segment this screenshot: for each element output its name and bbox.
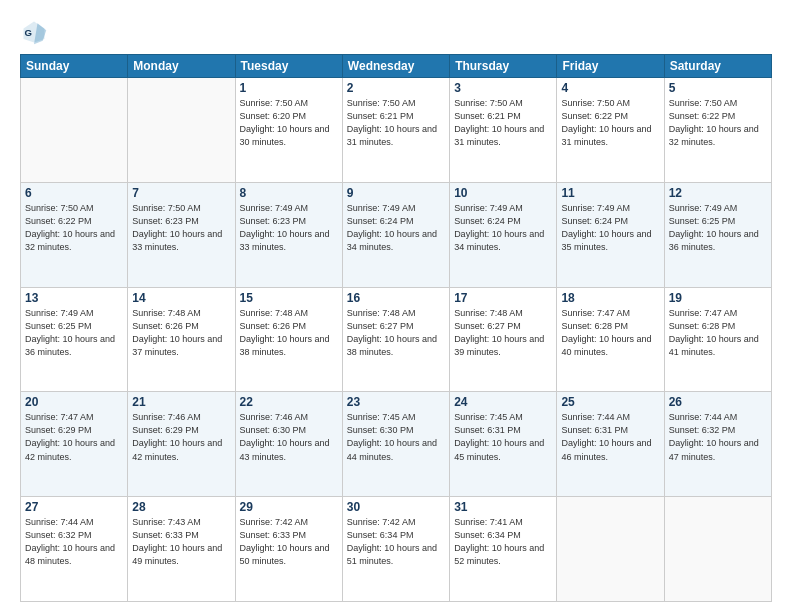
- day-number: 14: [132, 291, 230, 305]
- day-info: Sunrise: 7:45 AM Sunset: 6:30 PM Dayligh…: [347, 411, 445, 463]
- logo-icon: G: [20, 18, 48, 46]
- day-info: Sunrise: 7:48 AM Sunset: 6:26 PM Dayligh…: [240, 307, 338, 359]
- calendar-cell: 18Sunrise: 7:47 AM Sunset: 6:28 PM Dayli…: [557, 287, 664, 392]
- day-number: 2: [347, 81, 445, 95]
- day-info: Sunrise: 7:46 AM Sunset: 6:29 PM Dayligh…: [132, 411, 230, 463]
- calendar-cell: 24Sunrise: 7:45 AM Sunset: 6:31 PM Dayli…: [450, 392, 557, 497]
- day-number: 1: [240, 81, 338, 95]
- calendar-cell: 30Sunrise: 7:42 AM Sunset: 6:34 PM Dayli…: [342, 497, 449, 602]
- col-monday: Monday: [128, 55, 235, 78]
- calendar-cell: 8Sunrise: 7:49 AM Sunset: 6:23 PM Daylig…: [235, 182, 342, 287]
- day-number: 6: [25, 186, 123, 200]
- calendar-cell: 22Sunrise: 7:46 AM Sunset: 6:30 PM Dayli…: [235, 392, 342, 497]
- day-info: Sunrise: 7:50 AM Sunset: 6:22 PM Dayligh…: [561, 97, 659, 149]
- calendar-cell: 4Sunrise: 7:50 AM Sunset: 6:22 PM Daylig…: [557, 78, 664, 183]
- calendar-cell: 13Sunrise: 7:49 AM Sunset: 6:25 PM Dayli…: [21, 287, 128, 392]
- day-number: 18: [561, 291, 659, 305]
- page: G Sunday Monday Tuesday Wednesday Thursd…: [0, 0, 792, 612]
- calendar-cell: 12Sunrise: 7:49 AM Sunset: 6:25 PM Dayli…: [664, 182, 771, 287]
- day-number: 23: [347, 395, 445, 409]
- day-info: Sunrise: 7:47 AM Sunset: 6:28 PM Dayligh…: [561, 307, 659, 359]
- day-number: 26: [669, 395, 767, 409]
- day-info: Sunrise: 7:50 AM Sunset: 6:21 PM Dayligh…: [347, 97, 445, 149]
- day-number: 24: [454, 395, 552, 409]
- calendar-cell: 7Sunrise: 7:50 AM Sunset: 6:23 PM Daylig…: [128, 182, 235, 287]
- day-number: 29: [240, 500, 338, 514]
- header: G: [20, 18, 772, 46]
- day-number: 7: [132, 186, 230, 200]
- calendar-cell: 11Sunrise: 7:49 AM Sunset: 6:24 PM Dayli…: [557, 182, 664, 287]
- day-info: Sunrise: 7:50 AM Sunset: 6:22 PM Dayligh…: [669, 97, 767, 149]
- day-info: Sunrise: 7:47 AM Sunset: 6:28 PM Dayligh…: [669, 307, 767, 359]
- calendar-cell: 3Sunrise: 7:50 AM Sunset: 6:21 PM Daylig…: [450, 78, 557, 183]
- calendar-cell: 9Sunrise: 7:49 AM Sunset: 6:24 PM Daylig…: [342, 182, 449, 287]
- day-number: 11: [561, 186, 659, 200]
- day-number: 10: [454, 186, 552, 200]
- calendar-table: Sunday Monday Tuesday Wednesday Thursday…: [20, 54, 772, 602]
- day-info: Sunrise: 7:44 AM Sunset: 6:32 PM Dayligh…: [25, 516, 123, 568]
- day-info: Sunrise: 7:50 AM Sunset: 6:20 PM Dayligh…: [240, 97, 338, 149]
- calendar-cell: 2Sunrise: 7:50 AM Sunset: 6:21 PM Daylig…: [342, 78, 449, 183]
- col-sunday: Sunday: [21, 55, 128, 78]
- day-number: 21: [132, 395, 230, 409]
- day-number: 3: [454, 81, 552, 95]
- day-info: Sunrise: 7:44 AM Sunset: 6:31 PM Dayligh…: [561, 411, 659, 463]
- calendar-cell: 16Sunrise: 7:48 AM Sunset: 6:27 PM Dayli…: [342, 287, 449, 392]
- day-info: Sunrise: 7:49 AM Sunset: 6:24 PM Dayligh…: [347, 202, 445, 254]
- day-info: Sunrise: 7:45 AM Sunset: 6:31 PM Dayligh…: [454, 411, 552, 463]
- day-number: 22: [240, 395, 338, 409]
- day-number: 31: [454, 500, 552, 514]
- calendar-cell: 15Sunrise: 7:48 AM Sunset: 6:26 PM Dayli…: [235, 287, 342, 392]
- day-info: Sunrise: 7:49 AM Sunset: 6:24 PM Dayligh…: [454, 202, 552, 254]
- day-info: Sunrise: 7:49 AM Sunset: 6:25 PM Dayligh…: [25, 307, 123, 359]
- calendar-week-row: 13Sunrise: 7:49 AM Sunset: 6:25 PM Dayli…: [21, 287, 772, 392]
- col-tuesday: Tuesday: [235, 55, 342, 78]
- day-number: 19: [669, 291, 767, 305]
- day-info: Sunrise: 7:48 AM Sunset: 6:27 PM Dayligh…: [347, 307, 445, 359]
- calendar-week-row: 27Sunrise: 7:44 AM Sunset: 6:32 PM Dayli…: [21, 497, 772, 602]
- day-number: 4: [561, 81, 659, 95]
- day-number: 17: [454, 291, 552, 305]
- calendar-header-row: Sunday Monday Tuesday Wednesday Thursday…: [21, 55, 772, 78]
- day-info: Sunrise: 7:43 AM Sunset: 6:33 PM Dayligh…: [132, 516, 230, 568]
- calendar-cell: [664, 497, 771, 602]
- calendar-week-row: 1Sunrise: 7:50 AM Sunset: 6:20 PM Daylig…: [21, 78, 772, 183]
- calendar-cell: [21, 78, 128, 183]
- day-info: Sunrise: 7:47 AM Sunset: 6:29 PM Dayligh…: [25, 411, 123, 463]
- day-number: 30: [347, 500, 445, 514]
- day-info: Sunrise: 7:42 AM Sunset: 6:34 PM Dayligh…: [347, 516, 445, 568]
- day-info: Sunrise: 7:48 AM Sunset: 6:27 PM Dayligh…: [454, 307, 552, 359]
- day-info: Sunrise: 7:50 AM Sunset: 6:21 PM Dayligh…: [454, 97, 552, 149]
- day-info: Sunrise: 7:41 AM Sunset: 6:34 PM Dayligh…: [454, 516, 552, 568]
- day-info: Sunrise: 7:50 AM Sunset: 6:23 PM Dayligh…: [132, 202, 230, 254]
- day-number: 12: [669, 186, 767, 200]
- day-number: 13: [25, 291, 123, 305]
- col-wednesday: Wednesday: [342, 55, 449, 78]
- calendar-week-row: 20Sunrise: 7:47 AM Sunset: 6:29 PM Dayli…: [21, 392, 772, 497]
- calendar-cell: [557, 497, 664, 602]
- day-number: 5: [669, 81, 767, 95]
- calendar-cell: 21Sunrise: 7:46 AM Sunset: 6:29 PM Dayli…: [128, 392, 235, 497]
- day-number: 28: [132, 500, 230, 514]
- calendar-cell: 28Sunrise: 7:43 AM Sunset: 6:33 PM Dayli…: [128, 497, 235, 602]
- col-friday: Friday: [557, 55, 664, 78]
- calendar-cell: [128, 78, 235, 183]
- calendar-cell: 17Sunrise: 7:48 AM Sunset: 6:27 PM Dayli…: [450, 287, 557, 392]
- calendar-cell: 31Sunrise: 7:41 AM Sunset: 6:34 PM Dayli…: [450, 497, 557, 602]
- calendar-cell: 1Sunrise: 7:50 AM Sunset: 6:20 PM Daylig…: [235, 78, 342, 183]
- day-number: 25: [561, 395, 659, 409]
- calendar-cell: 19Sunrise: 7:47 AM Sunset: 6:28 PM Dayli…: [664, 287, 771, 392]
- day-info: Sunrise: 7:49 AM Sunset: 6:24 PM Dayligh…: [561, 202, 659, 254]
- day-info: Sunrise: 7:48 AM Sunset: 6:26 PM Dayligh…: [132, 307, 230, 359]
- day-number: 27: [25, 500, 123, 514]
- logo: G: [20, 18, 52, 46]
- col-thursday: Thursday: [450, 55, 557, 78]
- day-number: 9: [347, 186, 445, 200]
- calendar-cell: 29Sunrise: 7:42 AM Sunset: 6:33 PM Dayli…: [235, 497, 342, 602]
- day-info: Sunrise: 7:46 AM Sunset: 6:30 PM Dayligh…: [240, 411, 338, 463]
- day-number: 15: [240, 291, 338, 305]
- calendar-cell: 5Sunrise: 7:50 AM Sunset: 6:22 PM Daylig…: [664, 78, 771, 183]
- svg-text:G: G: [24, 27, 31, 38]
- calendar-week-row: 6Sunrise: 7:50 AM Sunset: 6:22 PM Daylig…: [21, 182, 772, 287]
- day-info: Sunrise: 7:42 AM Sunset: 6:33 PM Dayligh…: [240, 516, 338, 568]
